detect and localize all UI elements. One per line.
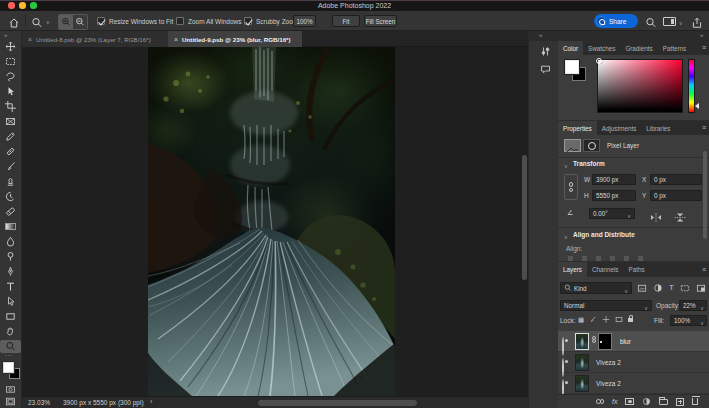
layer-mask-thumbnail[interactable] — [598, 333, 612, 350]
chevron-down-icon[interactable]: ∨ — [564, 163, 568, 169]
layer-name[interactable]: Viveza 2 — [596, 360, 621, 367]
panel-menu-icon[interactable]: ≡ — [702, 266, 706, 273]
new-adjustment-layer-icon[interactable] — [642, 397, 651, 406]
frame-tool[interactable] — [0, 115, 21, 128]
chevron-down-icon[interactable]: ∨ — [700, 304, 704, 313]
tab-untitled-9[interactable]: × Untitled-9.psb @ 23% (blur, RGB/16*) — [168, 31, 302, 47]
collapsed-panel-sliders-icon[interactable] — [535, 43, 555, 59]
zoom-percentage[interactable]: 23.03% — [28, 400, 50, 407]
zoom-all-windows-checkbox[interactable] — [176, 17, 184, 25]
chevron-down-icon[interactable]: ∨ — [624, 287, 628, 296]
blur-tool[interactable] — [0, 235, 21, 248]
clone-stamp-tool[interactable] — [0, 175, 21, 188]
filter-pixel-layers-icon[interactable] — [637, 283, 647, 293]
blend-mode-select[interactable]: Normal ∨ — [560, 300, 652, 311]
chevron-down-icon[interactable]: ∨ — [700, 319, 704, 328]
share-button[interactable]: Share — [594, 14, 638, 28]
filter-smart-objects-icon[interactable] — [696, 283, 706, 293]
fill-select[interactable]: 100% ∨ — [670, 315, 707, 326]
workspace-switcher-icon[interactable] — [663, 17, 676, 26]
link-dimensions-icon[interactable] — [564, 174, 578, 200]
tab-color[interactable]: Color — [558, 41, 583, 55]
lock-all-icon[interactable] — [628, 318, 633, 322]
gradient-tool[interactable] — [0, 220, 21, 233]
tab-layers[interactable]: Layers — [558, 262, 587, 277]
color-picker-marker[interactable] — [596, 58, 602, 64]
dodge-tool[interactable] — [0, 250, 21, 263]
tab-patterns[interactable]: Patterns — [658, 41, 691, 55]
pen-tool[interactable] — [0, 265, 21, 278]
type-tool[interactable] — [0, 280, 21, 293]
lock-artboard-icon[interactable] — [615, 315, 623, 324]
lock-position-icon[interactable] — [602, 315, 610, 324]
tab-channels[interactable]: Channels — [587, 262, 624, 277]
layer-thumbnail[interactable] — [575, 375, 589, 392]
tab-untitled-8[interactable]: × Untitled-8.psb @ 23% (Layer 7, RGB/16*… — [22, 31, 168, 47]
lock-transparency-icon[interactable]: ▦ — [578, 316, 584, 324]
foreground-background-swatches[interactable] — [3, 362, 19, 378]
horizontal-scrollbar[interactable] — [258, 400, 417, 406]
hue-slider-marker[interactable] — [695, 103, 699, 109]
status-options-chevron[interactable]: › — [150, 398, 152, 405]
hue-slider[interactable] — [688, 59, 695, 113]
filter-adjustment-layers-icon[interactable] — [653, 283, 663, 293]
lasso-tool[interactable] — [0, 70, 21, 83]
layer-style-icon[interactable]: fx — [612, 398, 617, 405]
filter-kind-dropdown[interactable]: Kind ∨ — [560, 282, 632, 294]
resize-windows-checkbox[interactable] — [97, 17, 105, 25]
canvas-image[interactable] — [148, 47, 395, 396]
filter-shape-layers-icon[interactable] — [680, 283, 690, 293]
expand-panels-icon[interactable]: « — [539, 32, 542, 38]
tab-libraries[interactable]: Libraries — [641, 121, 675, 135]
zoom-in-button[interactable] — [59, 15, 73, 29]
lock-pixels-icon[interactable] — [589, 315, 597, 324]
crop-tool[interactable] — [0, 100, 21, 113]
layer-row-viveza-2[interactable]: Viveza 2 — [558, 373, 709, 394]
color-saturation-field[interactable] — [597, 59, 683, 113]
flip-vertical-icon[interactable] — [674, 208, 686, 226]
close-icon[interactable]: × — [28, 36, 32, 43]
rectangle-tool[interactable] — [0, 310, 21, 323]
layer-row-blur[interactable]: blur — [558, 331, 709, 352]
canvas-pasteboard[interactable] — [22, 47, 528, 396]
chevron-down-icon[interactable]: ∨ — [46, 19, 50, 25]
panel-menu-icon[interactable]: ≡ — [702, 124, 706, 131]
panel-menu-icon[interactable]: ≡ — [702, 44, 706, 51]
layer-row-viveza-1[interactable]: Viveza 2 — [558, 352, 709, 373]
edit-toolbar-ellipsis[interactable]: ··· — [5, 352, 13, 358]
layer-thumbnail[interactable] — [575, 354, 589, 371]
fit-screen-button[interactable]: Fit Screen — [332, 15, 360, 27]
layer-thumbnail[interactable] — [575, 333, 589, 350]
chevron-down-icon[interactable]: ∨ — [644, 304, 648, 313]
tab-gradients[interactable]: Gradients — [620, 41, 657, 55]
fill-screen-button[interactable]: Fill Screen — [364, 15, 397, 27]
move-tool[interactable] — [0, 40, 21, 53]
rotation-field[interactable]: 0.00°∨ — [589, 208, 635, 219]
y-field[interactable]: 0 px — [650, 190, 702, 201]
eraser-tool[interactable] — [0, 205, 21, 218]
vertical-scrollbar[interactable] — [522, 155, 527, 280]
tab-adjustments[interactable]: Adjustments — [597, 121, 642, 135]
chevron-down-icon[interactable]: ∨ — [627, 212, 631, 221]
zoom-100-button[interactable]: 100% — [293, 15, 316, 27]
collapse-panels-icon[interactable]: » — [700, 32, 703, 38]
brush-tool[interactable] — [0, 160, 21, 173]
layer-mask-chip[interactable] — [583, 139, 600, 152]
chevron-down-icon[interactable]: ∨ — [679, 20, 683, 26]
scrubby-zoom-checkbox[interactable] — [244, 17, 252, 25]
link-layers-icon[interactable] — [596, 399, 604, 404]
spot-healing-brush-tool[interactable] — [0, 145, 21, 158]
foreground-color-swatch[interactable] — [3, 362, 14, 373]
screen-mode-button[interactable] — [0, 395, 21, 408]
object-selection-tool[interactable] — [0, 85, 21, 98]
eyedropper-tool[interactable] — [0, 130, 21, 143]
transform-section-title[interactable]: Transform — [573, 161, 605, 168]
hand-tool[interactable] — [0, 325, 21, 338]
color-foreground-swatch[interactable] — [565, 60, 579, 74]
layer-mask-link-icon[interactable] — [592, 336, 596, 343]
align-section-title[interactable]: Align and Distribute — [573, 232, 635, 239]
comments-panel-icon[interactable] — [535, 61, 555, 77]
properties-scrollbar[interactable] — [703, 151, 707, 239]
filter-type-layers-icon[interactable]: T — [669, 284, 674, 292]
flip-horizontal-icon[interactable] — [650, 208, 662, 226]
